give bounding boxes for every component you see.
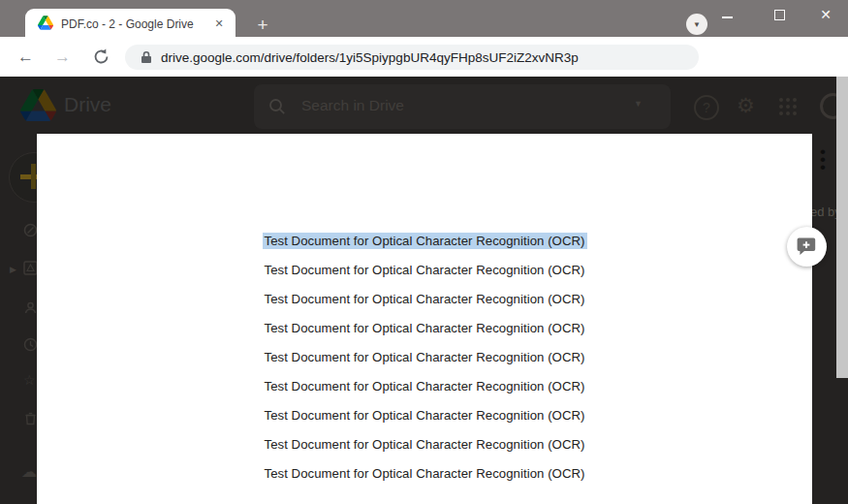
document-line[interactable]: Test Document for Optical Character Reco… — [37, 292, 812, 308]
sidebar-recent-icon[interactable] — [23, 337, 38, 352]
secure-lock-icon[interactable] — [141, 50, 152, 64]
document-text[interactable]: Test Document for Optical Character Reco… — [265, 437, 585, 452]
sidebar-my-drive-icon[interactable] — [23, 261, 38, 275]
sidebar-priority-icon[interactable] — [23, 223, 38, 237]
document-line[interactable]: Test Document for Optical Character Reco… — [37, 321, 812, 337]
search-options-caret-icon[interactable]: ▼ — [634, 99, 643, 109]
window-close-button[interactable]: ✕ — [815, 4, 836, 25]
document-line[interactable]: Test Document for Optical Character Reco… — [37, 234, 812, 250]
new-tab-button[interactable]: + — [253, 16, 272, 35]
document-preview-modal: Test Document for Optical Character Reco… — [37, 134, 812, 504]
browser-toolbar: ← → drive.google.com/drive/folders/1yi5S… — [0, 37, 848, 77]
url-text[interactable]: drive.google.com/drive/folders/1yi5Spiyp… — [161, 50, 579, 65]
expand-caret-icon[interactable]: ▶ — [10, 265, 16, 274]
tab-title: PDF.co - 2 - Google Drive — [61, 17, 206, 31]
help-icon[interactable]: ? — [694, 95, 719, 120]
forward-button: → — [54, 37, 71, 77]
window-maximize-button[interactable] — [774, 10, 785, 20]
sidebar-shared-with-me-icon[interactable] — [23, 300, 38, 315]
drive-app-name: Drive — [64, 93, 111, 116]
document-text[interactable]: Test Document for Optical Character Reco… — [265, 321, 585, 335]
browser-tab[interactable]: PDF.co - 2 - Google Drive ✕ — [25, 9, 236, 37]
selected-text[interactable]: Test Document for Optical Character Reco… — [263, 233, 587, 249]
page-scrollbar[interactable] — [836, 77, 848, 378]
sidebar-storage-icon[interactable]: ☁ — [21, 464, 37, 479]
back-button[interactable]: ← — [17, 37, 34, 77]
document-text[interactable]: Test Document for Optical Character Reco… — [265, 350, 585, 364]
search-placeholder: Search in Drive — [301, 97, 404, 114]
settings-gear-icon[interactable]: ⚙ — [737, 93, 755, 118]
window-minimize-button[interactable] — [722, 16, 733, 18]
document-text[interactable]: Test Document for Optical Character Reco… — [265, 408, 585, 423]
document-text[interactable]: Test Document for Optical Character Reco… — [265, 379, 585, 394]
document-page: Test Document for Optical Character Reco… — [37, 234, 812, 495]
document-text[interactable]: Test Document for Optical Character Reco… — [265, 292, 585, 306]
drive-search-bar[interactable]: Search in Drive ▼ — [254, 84, 671, 129]
plus-icon — [31, 164, 36, 189]
document-text[interactable]: Test Document for Optical Character Reco… — [265, 263, 585, 277]
sidebar-starred-icon[interactable]: ☆ — [23, 373, 36, 388]
document-line[interactable]: Test Document for Optical Character Reco… — [37, 350, 812, 366]
google-drive-favicon — [38, 16, 53, 30]
document-line[interactable]: Test Document for Optical Character Reco… — [37, 408, 812, 425]
tab-strip: PDF.co - 2 - Google Drive ✕ + ▼ ✕ — [0, 0, 848, 37]
document-line[interactable]: Test Document for Optical Character Reco… — [37, 437, 812, 454]
document-line[interactable]: Test Document for Optical Character Reco… — [37, 263, 812, 279]
tab-search-caret-icon: ▼ — [693, 20, 701, 29]
google-apps-grid-icon[interactable] — [779, 98, 799, 117]
document-text[interactable]: Test Document for Optical Character Reco… — [265, 466, 585, 481]
document-line[interactable]: Test Document for Optical Character Reco… — [37, 379, 812, 395]
search-icon — [268, 98, 286, 115]
drive-logo — [20, 89, 56, 121]
address-bar[interactable]: drive.google.com/drive/folders/1yi5Spiyp… — [125, 45, 699, 70]
sidebar-trash-icon[interactable] — [23, 411, 38, 425]
tab-search-button[interactable]: ▼ — [686, 14, 707, 35]
comment-plus-icon — [797, 236, 817, 257]
document-line[interactable]: Test Document for Optical Character Reco… — [37, 466, 812, 483]
tab-close-icon[interactable]: ✕ — [211, 16, 227, 31]
refresh-button[interactable] — [93, 48, 110, 65]
add-comment-button[interactable] — [787, 227, 827, 267]
more-options-icon[interactable]: ••• — [817, 148, 829, 172]
